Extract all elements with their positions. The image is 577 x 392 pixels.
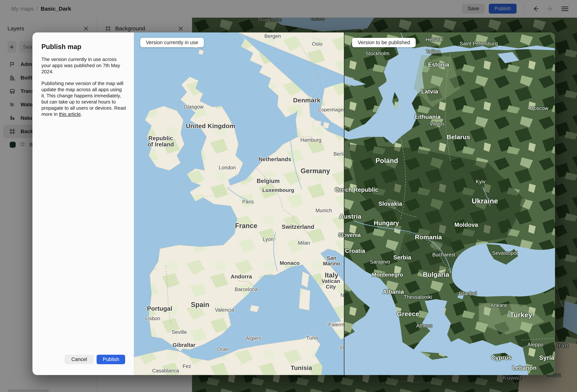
dialog-paragraph-1: The version currently in use across your… [41, 56, 127, 75]
current-version-badge: Version currently in use [140, 38, 204, 47]
compare-maps[interactable]: BergenOsloGlasgowUnited KingdomRepublic … [134, 33, 555, 375]
publish-preview: BergenOsloGlasgowUnited KingdomRepublic … [33, 33, 555, 375]
dialog-title: Publish map [41, 43, 134, 51]
cancel-button[interactable]: Cancel [65, 355, 94, 364]
dialog-paragraph-2: Publishing new version of the map will u… [41, 80, 127, 117]
publish-dialog: Publish map The version currently in use… [33, 33, 134, 375]
this-article-link[interactable]: this article [59, 111, 81, 117]
new-version-badge: Version to be published [352, 38, 416, 47]
confirm-publish-button[interactable]: Publish [97, 355, 125, 364]
compare-divider[interactable] [344, 33, 344, 375]
map-editor-app: StockholmTallinnIranShirazKuwait My maps… [0, 0, 577, 392]
europe-map [134, 33, 555, 375]
